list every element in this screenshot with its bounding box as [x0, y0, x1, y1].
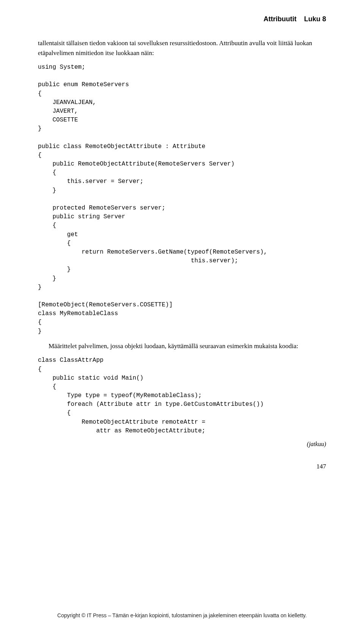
- page-container: Attribuutit Luku 8 tallentaisit tällaise…: [0, 0, 364, 626]
- paragraph-1: tallentaisit tällaisen tiedon vakioon ta…: [38, 38, 326, 58]
- code-block-2: class ClassAttrApp { public static void …: [38, 356, 326, 435]
- page-header: Attribuutit Luku 8: [38, 15, 326, 23]
- header-section: Attribuutit: [264, 15, 297, 23]
- code-block-1: using System; public enum RemoteServers …: [38, 63, 326, 336]
- continuation-label: (jatkuu): [38, 441, 326, 448]
- footer-copyright: Copyright © IT Press – Tämän e-kirjan ko…: [0, 612, 364, 618]
- header-chapter: Luku 8: [304, 15, 326, 23]
- paragraph-2: Määrittelet palvelimen, jossa objekti lu…: [38, 341, 326, 351]
- page-number: 147: [38, 463, 326, 470]
